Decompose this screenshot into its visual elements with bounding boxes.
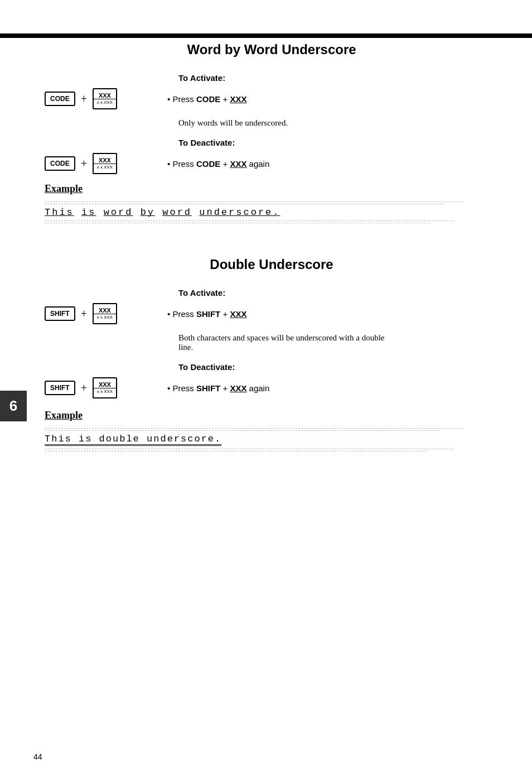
xxx-key-1: XXX x x XXX [93, 88, 117, 109]
xxx-key-top-4: XXX [99, 382, 111, 388]
xxx-key-bottom-1: x x XXX [94, 99, 116, 105]
xxx-key-3: XXX x x XXX [93, 303, 117, 324]
section1-example-label: Example [45, 183, 499, 195]
section2-activate-label: To Activate: [178, 288, 499, 297]
plus-icon-1: + [81, 93, 87, 105]
section2-example-area: This is double underscore. [45, 428, 499, 452]
section1-deactivate-instruction: • Press CODE + XXX again [167, 159, 269, 169]
xxx-key-top-1: XXX [99, 93, 111, 99]
plus-icon-4: + [81, 382, 87, 395]
section1-title: Word by Word Underscore [45, 42, 499, 57]
section1-activate-instruction: • Press CODE + XXX [167, 94, 246, 104]
section1-activate-label: To Activate: [178, 73, 499, 83]
page-number: 44 [33, 752, 42, 761]
section1-deactivate-row: CODE + XXX x x XXX • Press CODE + XXX ag… [45, 153, 499, 174]
xxx-key-bottom-4: x x XXX [94, 388, 116, 395]
shift-key-1: SHIFT [45, 306, 75, 321]
xxx-key-top-3: XXX [99, 308, 111, 314]
section2-deactivate-label: To Deactivate: [178, 362, 499, 372]
plus-icon-3: + [81, 308, 87, 320]
code-key-2: CODE [45, 156, 75, 171]
plus-icon-2: + [81, 157, 87, 170]
section2-deactivate-instruction: • Press SHIFT + XXX again [167, 383, 269, 393]
section1-activate-note: Only words will be underscored. [178, 118, 499, 128]
section2-deactivate-row: SHIFT + XXX x x XXX • Press SHIFT + XXX … [45, 377, 499, 398]
xxx-key-bottom-2: x x XXX [94, 164, 116, 170]
section2-example-content: This is double underscore. [45, 433, 499, 447]
section1-example-text: This is word by word underscore. [45, 207, 280, 218]
xxx-key-top-2: XXX [99, 157, 111, 164]
section2-activate-note: Both characters and spaces will be under… [178, 333, 499, 352]
page: Word by Word Underscore To Activate: COD… [0, 0, 532, 778]
section-number: 6 [9, 397, 17, 415]
code-key-1: CODE [45, 92, 75, 106]
section2-activate-row: SHIFT + XXX x x XXX • Press SHIFT + XXX [45, 303, 499, 324]
section1-deactivate-label: To Deactivate: [178, 138, 499, 147]
section2-example-text: This is double underscore. [45, 434, 221, 446]
section2-activate-instruction: • Press SHIFT + XXX [167, 309, 246, 319]
section1-example-area: This is word by word underscore. [45, 201, 499, 223]
section2-title: Double Underscore [45, 257, 499, 272]
section1-deactivate-keys: CODE + XXX x x XXX [45, 153, 167, 174]
xxx-key-2: XXX x x XXX [93, 153, 117, 174]
xxx-key-bottom-3: x x XXX [94, 314, 116, 320]
section-number-badge: 6 [0, 391, 27, 421]
section2-activate-keys: SHIFT + XXX x x XXX [45, 303, 167, 324]
section1-activate-keys: CODE + XXX x x XXX [45, 88, 167, 109]
section1-example-content: This is word by word underscore. [45, 206, 499, 219]
xxx-key-4: XXX x x XXX [93, 377, 117, 398]
section-double-underscore: 6 Double Underscore To Activate: SHIFT +… [45, 257, 499, 452]
section2-example-label: Example [45, 410, 499, 421]
section2-deactivate-keys: SHIFT + XXX x x XXX [45, 377, 167, 398]
section-word-by-word: Word by Word Underscore To Activate: COD… [45, 42, 499, 223]
section1-activate-row: CODE + XXX x x XXX • Press CODE + XXX [45, 88, 499, 109]
shift-key-2: SHIFT [45, 381, 75, 395]
top-border-bar [0, 33, 532, 38]
